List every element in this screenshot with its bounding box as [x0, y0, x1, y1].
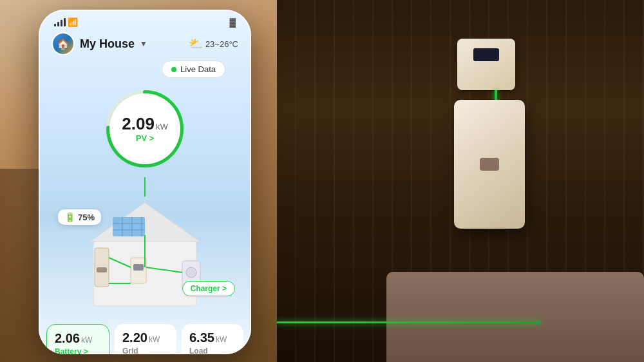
stat-battery[interactable]: 2.06 kW Battery >	[46, 324, 109, 354]
svg-rect-4	[113, 217, 145, 236]
energy-section: 2.09 kW PV >	[39, 87, 251, 171]
status-bar: 📶 ▓	[39, 10, 251, 30]
bar3	[61, 20, 62, 26]
load-stat-label: Load	[189, 347, 236, 354]
phone-frame: 📶 ▓ 🏠 My House ▼ ⛅ 23~26°C Live Data	[39, 10, 251, 354]
grid-stat-label: Grid	[122, 347, 169, 354]
battery-stat-value: 2.06	[55, 331, 80, 346]
stat-grid: 2.20 kW Grid	[115, 324, 176, 354]
weather-info: ⛅ 23~26°C	[189, 37, 238, 51]
bar4	[64, 18, 66, 26]
battery-percent: 75%	[78, 213, 95, 222]
bottom-stats: 2.06 kW Battery > 2.20 kW Grid 6.35 kW L…	[39, 319, 251, 354]
inverter-screen	[473, 48, 499, 61]
bg-right-wall	[277, 0, 644, 362]
energy-circle-outer: 2.09 kW PV >	[103, 87, 187, 171]
grid-stat-value: 2.20	[122, 330, 147, 345]
svg-point-15	[186, 267, 196, 278]
bar1	[54, 24, 56, 26]
energy-value: 2.09	[122, 115, 155, 132]
battery-storage-unit	[454, 100, 525, 229]
avatar: 🏠	[52, 32, 75, 55]
stat-load: 6.35 kW Load	[182, 324, 243, 354]
charger-label: Charger >	[191, 284, 227, 293]
live-dot	[171, 67, 176, 72]
battery-badge: 🔋 75%	[58, 209, 101, 225]
grid-stat-unit: kW	[149, 335, 160, 344]
signal-bars	[54, 18, 66, 26]
house-illustration-area: 🔋 75% Charger >	[45, 177, 245, 319]
house-title: My House	[80, 37, 135, 51]
energy-label[interactable]: PV >	[136, 133, 155, 143]
sofa	[386, 272, 644, 362]
bar2	[57, 22, 59, 26]
svg-rect-13	[133, 264, 144, 271]
energy-display: 2.09 kW	[122, 115, 167, 132]
energy-circle-inner[interactable]: 2.09 kW PV >	[109, 93, 180, 164]
svg-rect-11	[97, 267, 107, 272]
green-floor-line	[277, 321, 541, 323]
live-data-button[interactable]: Live Data	[162, 61, 225, 78]
solar-inverter	[457, 39, 515, 90]
battery-badge-icon: 🔋	[64, 212, 75, 222]
weather-temp: 23~26°C	[205, 39, 238, 49]
house-illustration	[45, 177, 245, 319]
load-stat-unit: kW	[216, 335, 227, 344]
charger-badge[interactable]: Charger >	[182, 281, 235, 296]
battery-stat-unit: kW	[81, 336, 92, 345]
signal-status: 📶	[54, 17, 78, 27]
weather-icon: ⛅	[189, 37, 203, 51]
wifi-icon: 📶	[68, 17, 78, 27]
energy-unit: kW	[156, 122, 168, 131]
battery-lock	[480, 158, 499, 171]
battery-stat-label[interactable]: Battery >	[55, 347, 101, 354]
live-data-label: Live Data	[180, 64, 216, 74]
phone-screen: 📶 ▓ 🏠 My House ▼ ⛅ 23~26°C Live Data	[39, 10, 251, 354]
battery-status-icon: ▓	[230, 17, 236, 27]
load-stat-value: 6.35	[189, 330, 214, 345]
phone-header: 🏠 My House ▼ ⛅ 23~26°C	[39, 30, 251, 61]
dropdown-arrow[interactable]: ▼	[140, 39, 147, 48]
location-info[interactable]: 🏠 My House ▼	[52, 32, 147, 55]
